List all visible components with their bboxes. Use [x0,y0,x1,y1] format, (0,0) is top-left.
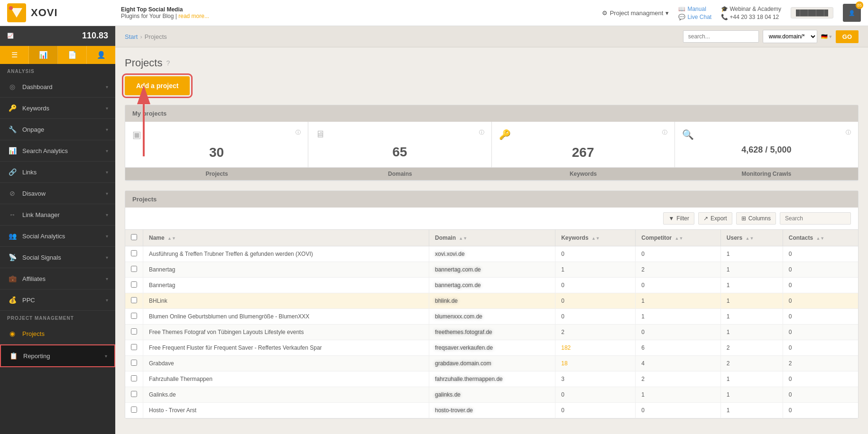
domains-label: Domains [308,168,491,180]
row-contacts: 0 [783,278,858,293]
my-projects-header: My projects [125,105,858,122]
keywords-col-header[interactable]: Keywords ▲▼ [555,230,636,246]
row-checkbox[interactable] [131,328,137,335]
project-mgmt-button[interactable]: ⚙ Project managment ▾ [602,9,669,17]
sidebar-item-links[interactable]: 🔗 Links ▾ [0,162,115,183]
user-avatar[interactable]: 👤 85 [843,4,861,22]
logo-area: XOVI [7,3,121,22]
monitoring-label: Monitoring Crawls [675,168,858,180]
stats-cards: ▣ ⓘ 30 🖥 ⓘ 65 [125,122,858,168]
row-checkbox[interactable] [131,297,137,303]
name-col-header[interactable]: Name ▲▼ [143,230,429,246]
row-checkbox[interactable] [131,375,137,381]
row-checkbox[interactable] [131,250,137,256]
content-area: Start › Projects www.domain/* 🇩🇪 ▾ GO [115,26,868,434]
row-competitor: 0 [636,325,721,340]
row-competitor: 6 [636,340,721,356]
export-button[interactable]: ↗ Export [698,212,732,225]
row-keywords[interactable]: 0 [555,403,636,418]
row-name: Hosto - Trover Arst [143,403,429,418]
row-keywords[interactable]: 0 [555,309,636,325]
row-domain: freqsaver.verkaufen.de [429,340,555,356]
competitor-col-header[interactable]: Competitor ▲▼ [636,230,721,246]
sidebar-item-projects[interactable]: ◉ Projects [0,323,115,344]
breadcrumb-start[interactable]: Start [125,33,138,40]
keywords-info-icon[interactable]: ⓘ [662,129,667,136]
filter-button[interactable]: ▼ Filter [663,212,694,225]
row-keywords[interactable]: 182 [555,340,636,356]
sidebar-item-social-signals[interactable]: 📡 Social Signals ▾ [0,247,115,268]
add-project-button[interactable]: Add a project [125,76,190,95]
row-name: Fahrzuhalle Thermappen [143,371,429,387]
sidebar-item-affiliates[interactable]: 💼 Affiliates ▾ [0,268,115,289]
domains-info-icon[interactable]: ⓘ [479,129,484,136]
row-users: 1 [720,309,783,325]
row-checkbox[interactable] [131,344,137,350]
table-row: Galinks.de galinks.de 0 1 1 0 [125,387,858,403]
reporting-icon: 📋 [8,351,18,361]
sidebar-icons-row: ☰ 📊 📄 👤 [0,46,115,64]
row-checkbox[interactable] [131,266,137,272]
contacts-col-header[interactable]: Contacts ▲▼ [783,230,858,246]
page-title: Projects ? [125,57,859,69]
select-all-checkbox[interactable] [131,234,137,240]
row-checkbox[interactable] [131,407,137,413]
sidebar-item-onpage[interactable]: 🔧 Onpage ▾ [0,119,115,140]
sidebar-user-icon[interactable]: 👤 [87,46,115,64]
xovi-logo-icon[interactable] [7,3,26,22]
link-manager-icon: ↔ [7,209,18,220]
row-checkbox-cell [125,309,143,325]
row-checkbox[interactable] [131,360,137,366]
live-chat-link[interactable]: 💬 Live Chat [678,14,711,20]
sidebar-page-icon[interactable]: 📄 [58,46,87,64]
row-checkbox[interactable] [131,391,137,397]
monitoring-info-icon[interactable]: ⓘ [846,129,851,136]
flag-icon[interactable]: 🇩🇪 ▾ [821,34,832,40]
row-keywords[interactable]: 1 [555,262,636,278]
sidebar-chart-icon[interactable]: 📊 [29,46,58,64]
sidebar-list-icon[interactable]: ☰ [0,46,29,64]
help-icon[interactable]: ? [166,59,170,67]
users-col-header[interactable]: Users ▲▼ [720,230,783,246]
stat-card-projects: ▣ ⓘ 30 [125,122,308,167]
row-keywords[interactable]: 0 [555,278,636,293]
sidebar-item-link-manager[interactable]: ↔ Link Manager ▾ [0,204,115,226]
sidebar-item-keywords[interactable]: 🔑 Keywords ▾ [0,98,115,119]
row-keywords[interactable]: 2 [555,325,636,340]
row-users: 1 [720,246,783,262]
sidebar-item-search-analytics[interactable]: 📊 Search Analytics ▾ [0,140,115,162]
row-competitor: 2 [636,371,721,387]
mini-chart: 📈 [7,33,14,39]
table-row: Bannertag bannertag.com.de 0 0 1 0 [125,278,858,293]
columns-button[interactable]: ⊞ Columns [736,212,776,225]
row-keywords[interactable]: 3 [555,371,636,387]
row-domain: bhlink.de [429,293,555,309]
row-keywords[interactable]: 0 [555,293,636,309]
read-more-link[interactable]: read more... [178,13,209,19]
sidebar-item-reporting[interactable]: 📋 Reporting ▾ [0,344,115,367]
projects-info-icon[interactable]: ⓘ [295,129,301,136]
row-keywords[interactable]: 0 [555,246,636,262]
row-keywords[interactable]: 0 [555,387,636,403]
row-checkbox[interactable] [131,281,137,288]
row-keywords[interactable]: 18 [555,356,636,371]
sidebar-item-ppc[interactable]: 💰 PPC ▾ [0,289,115,311]
row-name: Bannertag [143,278,429,293]
projects-table-header: Projects [125,191,858,208]
row-competitor: 4 [636,356,721,371]
sub-header: Start › Projects www.domain/* 🇩🇪 ▾ GO [115,26,868,47]
domain-col-header[interactable]: Domain ▲▼ [429,230,555,246]
sidebar-item-dashboard[interactable]: ◎ Dashboard ▾ [0,76,115,98]
search-input[interactable] [683,30,759,43]
row-name: Grabdave [143,356,429,371]
domain-select[interactable]: www.domain/* [763,30,817,43]
stat-card-monitoring: 🔍 ⓘ 4,628 / 5,000 [675,122,858,167]
sidebar-item-social-analytics[interactable]: 👥 Social Analytics ▾ [0,226,115,247]
go-button[interactable]: GO [836,30,859,43]
sidebar-item-disavow[interactable]: ⊘ Disavow ▾ [0,183,115,204]
manual-link[interactable]: 📖 Manual [678,6,711,12]
table-search-input[interactable] [780,212,851,225]
row-checkbox[interactable] [131,313,137,319]
chevron-icon: ▾ [105,353,107,359]
avatar-badge: 85 [856,1,863,9]
